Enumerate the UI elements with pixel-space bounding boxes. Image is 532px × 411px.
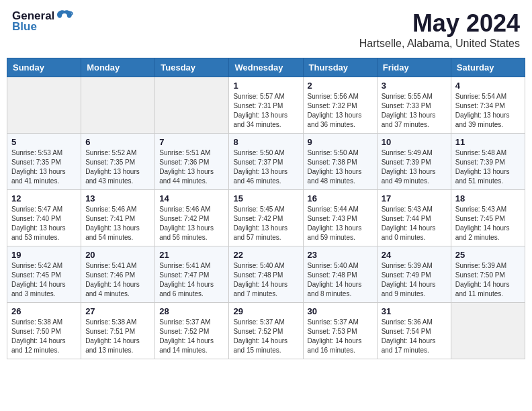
day-info: Sunrise: 5:36 AM Sunset: 7:54 PM Dayligh…: [382, 318, 447, 355]
page-subtitle: Hartselle, Alabama, United States: [359, 38, 520, 50]
day-info: Sunrise: 5:46 AM Sunset: 7:42 PM Dayligh…: [159, 205, 224, 242]
day-info: Sunrise: 5:48 AM Sunset: 7:39 PM Dayligh…: [455, 148, 521, 186]
day-info: Sunrise: 5:38 AM Sunset: 7:51 PM Dayligh…: [85, 318, 150, 355]
calendar-cell: 31Sunrise: 5:36 AM Sunset: 7:54 PM Dayli…: [377, 303, 451, 359]
week-row-3: 12Sunrise: 5:47 AM Sunset: 7:40 PM Dayli…: [7, 190, 525, 246]
week-row-1: 1Sunrise: 5:57 AM Sunset: 7:31 PM Daylig…: [7, 77, 525, 134]
calendar-cell: 4Sunrise: 5:54 AM Sunset: 7:34 PM Daylig…: [451, 77, 525, 134]
day-info: Sunrise: 5:43 AM Sunset: 7:45 PM Dayligh…: [455, 205, 521, 242]
day-info: Sunrise: 5:41 AM Sunset: 7:47 PM Dayligh…: [159, 261, 224, 299]
day-number: 17: [382, 193, 447, 203]
day-number: 13: [85, 193, 150, 203]
day-info: Sunrise: 5:40 AM Sunset: 7:48 PM Dayligh…: [233, 261, 298, 299]
calendar-cell: 17Sunrise: 5:43 AM Sunset: 7:44 PM Dayli…: [377, 190, 451, 246]
calendar-cell: 3Sunrise: 5:55 AM Sunset: 7:33 PM Daylig…: [377, 77, 451, 134]
day-info: Sunrise: 5:53 AM Sunset: 7:35 PM Dayligh…: [11, 148, 77, 186]
calendar-cell: [155, 77, 229, 134]
day-number: 10: [382, 137, 447, 147]
col-friday: Friday: [377, 58, 451, 77]
calendar-cell: 20Sunrise: 5:41 AM Sunset: 7:46 PM Dayli…: [81, 246, 155, 303]
col-tuesday: Tuesday: [155, 58, 229, 77]
day-number: 9: [308, 137, 373, 147]
calendar-cell: 16Sunrise: 5:44 AM Sunset: 7:43 PM Dayli…: [303, 190, 377, 246]
calendar-cell: 25Sunrise: 5:39 AM Sunset: 7:50 PM Dayli…: [451, 246, 525, 303]
day-info: Sunrise: 5:50 AM Sunset: 7:38 PM Dayligh…: [308, 148, 373, 186]
day-number: 22: [233, 250, 298, 260]
calendar-cell: 19Sunrise: 5:42 AM Sunset: 7:45 PM Dayli…: [7, 246, 81, 303]
day-number: 5: [11, 137, 77, 147]
col-thursday: Thursday: [303, 58, 377, 77]
col-sunday: Sunday: [7, 58, 81, 77]
logo-bird-icon: [56, 9, 73, 23]
day-number: 15: [233, 193, 298, 203]
day-number: 1: [233, 81, 298, 91]
day-info: Sunrise: 5:44 AM Sunset: 7:43 PM Dayligh…: [308, 205, 373, 242]
day-number: 19: [11, 250, 77, 260]
page-title: May 2024: [359, 9, 520, 38]
calendar-cell: 21Sunrise: 5:41 AM Sunset: 7:47 PM Dayli…: [155, 246, 229, 303]
day-number: 14: [159, 193, 224, 203]
day-info: Sunrise: 5:45 AM Sunset: 7:42 PM Dayligh…: [233, 205, 298, 242]
calendar-cell: 2Sunrise: 5:56 AM Sunset: 7:32 PM Daylig…: [303, 77, 377, 134]
day-number: 3: [382, 81, 447, 91]
calendar-cell: 7Sunrise: 5:51 AM Sunset: 7:36 PM Daylig…: [155, 134, 229, 190]
calendar-cell: 29Sunrise: 5:37 AM Sunset: 7:52 PM Dayli…: [229, 303, 303, 359]
day-number: 4: [455, 81, 521, 91]
day-number: 16: [308, 193, 373, 203]
calendar-cell: 30Sunrise: 5:37 AM Sunset: 7:53 PM Dayli…: [303, 303, 377, 359]
day-info: Sunrise: 5:37 AM Sunset: 7:52 PM Dayligh…: [233, 318, 298, 355]
day-info: Sunrise: 5:50 AM Sunset: 7:37 PM Dayligh…: [233, 148, 298, 186]
calendar-cell: 10Sunrise: 5:49 AM Sunset: 7:39 PM Dayli…: [377, 134, 451, 190]
day-info: Sunrise: 5:56 AM Sunset: 7:32 PM Dayligh…: [308, 92, 373, 130]
day-number: 7: [159, 137, 224, 147]
page-header: General Blue May 2024 Hartselle, Alabama…: [7, 7, 525, 52]
calendar-cell: 24Sunrise: 5:39 AM Sunset: 7:49 PM Dayli…: [377, 246, 451, 303]
calendar-cell: 5Sunrise: 5:53 AM Sunset: 7:35 PM Daylig…: [7, 134, 81, 190]
day-number: 30: [308, 306, 373, 316]
day-info: Sunrise: 5:39 AM Sunset: 7:50 PM Dayligh…: [455, 261, 521, 299]
calendar-cell: 27Sunrise: 5:38 AM Sunset: 7:51 PM Dayli…: [81, 303, 155, 359]
logo: General Blue: [12, 9, 73, 34]
col-monday: Monday: [81, 58, 155, 77]
week-row-4: 19Sunrise: 5:42 AM Sunset: 7:45 PM Dayli…: [7, 246, 525, 303]
day-number: 18: [455, 193, 521, 203]
calendar-cell: [7, 77, 81, 134]
day-number: 6: [85, 137, 150, 147]
calendar-cell: 8Sunrise: 5:50 AM Sunset: 7:37 PM Daylig…: [229, 134, 303, 190]
day-number: 23: [308, 250, 373, 260]
week-row-2: 5Sunrise: 5:53 AM Sunset: 7:35 PM Daylig…: [7, 134, 525, 190]
day-info: Sunrise: 5:49 AM Sunset: 7:39 PM Dayligh…: [382, 148, 447, 186]
title-section: May 2024 Hartselle, Alabama, United Stat…: [359, 9, 520, 50]
day-info: Sunrise: 5:55 AM Sunset: 7:33 PM Dayligh…: [382, 92, 447, 130]
col-saturday: Saturday: [451, 58, 525, 77]
calendar-cell: 9Sunrise: 5:50 AM Sunset: 7:38 PM Daylig…: [303, 134, 377, 190]
logo-blue-text: Blue: [12, 20, 37, 34]
calendar-cell: 18Sunrise: 5:43 AM Sunset: 7:45 PM Dayli…: [451, 190, 525, 246]
calendar-header-row: Sunday Monday Tuesday Wednesday Thursday…: [7, 58, 525, 77]
day-info: Sunrise: 5:52 AM Sunset: 7:35 PM Dayligh…: [85, 148, 150, 186]
day-info: Sunrise: 5:43 AM Sunset: 7:44 PM Dayligh…: [382, 205, 447, 242]
calendar-cell: 22Sunrise: 5:40 AM Sunset: 7:48 PM Dayli…: [229, 246, 303, 303]
day-number: 12: [11, 193, 77, 203]
day-info: Sunrise: 5:42 AM Sunset: 7:45 PM Dayligh…: [11, 261, 77, 299]
day-info: Sunrise: 5:46 AM Sunset: 7:41 PM Dayligh…: [85, 205, 150, 242]
day-number: 8: [233, 137, 298, 147]
calendar-cell: 1Sunrise: 5:57 AM Sunset: 7:31 PM Daylig…: [229, 77, 303, 134]
day-number: 24: [382, 250, 447, 260]
day-number: 21: [159, 250, 224, 260]
day-number: 28: [159, 306, 224, 316]
week-row-5: 26Sunrise: 5:38 AM Sunset: 7:50 PM Dayli…: [7, 303, 525, 359]
day-number: 31: [382, 306, 447, 316]
calendar-table: Sunday Monday Tuesday Wednesday Thursday…: [7, 58, 525, 359]
calendar-cell: 23Sunrise: 5:40 AM Sunset: 7:48 PM Dayli…: [303, 246, 377, 303]
col-wednesday: Wednesday: [229, 58, 303, 77]
day-number: 26: [11, 306, 77, 316]
day-number: 25: [455, 250, 521, 260]
day-info: Sunrise: 5:51 AM Sunset: 7:36 PM Dayligh…: [159, 148, 224, 186]
day-number: 11: [455, 137, 521, 147]
calendar-cell: 12Sunrise: 5:47 AM Sunset: 7:40 PM Dayli…: [7, 190, 81, 246]
day-number: 2: [308, 81, 373, 91]
calendar-cell: 26Sunrise: 5:38 AM Sunset: 7:50 PM Dayli…: [7, 303, 81, 359]
calendar-cell: 28Sunrise: 5:37 AM Sunset: 7:52 PM Dayli…: [155, 303, 229, 359]
day-info: Sunrise: 5:39 AM Sunset: 7:49 PM Dayligh…: [382, 261, 447, 299]
